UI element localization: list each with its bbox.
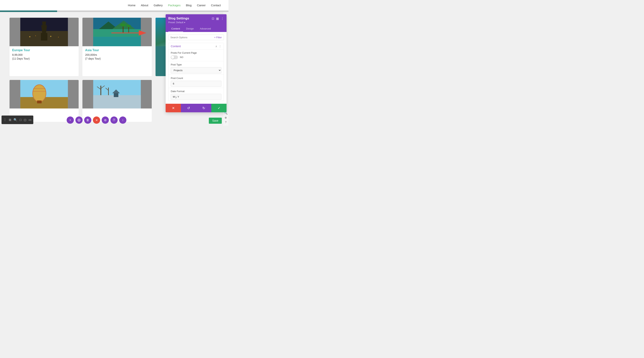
content-section-header: Content ∧ ⋮: [168, 43, 224, 49]
content-section-collapse[interactable]: ∧: [215, 45, 217, 48]
field-posts-current-page: Posts For Current Page NO: [168, 49, 224, 61]
sidebar-help-icon[interactable]: ?: [225, 121, 226, 124]
panel-header: Blog Settings ⊡ ▦ ⋮ Preset: Default ▾ Co…: [166, 14, 226, 32]
tour-card-winter: [82, 80, 152, 122]
toolbar-desktop-icon[interactable]: □: [20, 118, 22, 122]
field-date-format: Date Format: [168, 88, 224, 101]
float-delete-button[interactable]: 🗑: [84, 116, 91, 124]
toolbar-menu-icon[interactable]: ⋮: [4, 118, 6, 122]
cancel-button[interactable]: ✕: [166, 104, 181, 112]
date-format-input[interactable]: [171, 94, 222, 100]
panel-action-bar: ✕ ↺ ↻ ✓: [166, 104, 226, 112]
toggle-label-posts-current: NO: [180, 56, 183, 58]
content-section-more[interactable]: ⋮: [219, 45, 222, 48]
field-post-count: Post Count: [168, 74, 224, 88]
tour-price-europe: 8,99,000: [12, 53, 76, 57]
float-toolbar: + ⏻ 🗑 ✕ ⚙ ⏱ ↕: [67, 116, 126, 124]
search-bar: + Filter: [168, 35, 224, 40]
post-count-input[interactable]: [171, 81, 222, 86]
svg-rect-22: [37, 100, 42, 103]
tour-duration-europe: (11 Days Tour): [12, 57, 76, 61]
float-add-button[interactable]: +: [67, 116, 74, 124]
svg-point-16: [126, 25, 131, 27]
tab-design[interactable]: Design: [183, 26, 197, 32]
content-section-controls: ∧ ⋮: [215, 45, 222, 48]
progress-bar: [0, 10, 228, 12]
svg-rect-33: [114, 93, 118, 97]
settings-panel: Blog Settings ⊡ ▦ ⋮ Preset: Default ▾ Co…: [166, 14, 226, 112]
tour-image-balloon: [10, 80, 78, 108]
nav-about[interactable]: About: [141, 4, 148, 7]
tour-image-winter: [82, 80, 152, 108]
filter-button[interactable]: + Filter: [214, 36, 222, 39]
panel-tabs: Content Design Advanced: [168, 26, 224, 32]
nav-contact[interactable]: Contact: [211, 4, 221, 7]
tour-card-body-europe: Europe Tour 8,99,000 (11 Days Tour): [10, 46, 78, 63]
tour-card-body-asia: Asia Tour 200,000rs (7 days Tour): [82, 46, 152, 63]
confirm-button[interactable]: ✓: [211, 104, 226, 112]
tour-duration-asia: (7 days Tour): [85, 57, 149, 61]
nav-career[interactable]: Career: [197, 4, 206, 7]
panel-body: + Filter Content ∧ ⋮ Posts For Current P…: [166, 32, 226, 104]
tour-image-europe: [10, 18, 78, 46]
nav-gallery[interactable]: Gallery: [154, 4, 163, 7]
tour-card-asia: Asia Tour 200,000rs (7 days Tour): [82, 18, 152, 76]
content-section-title: Content: [171, 44, 181, 48]
tour-card-europe: Europe Tour 8,99,000 (11 Days Tour): [10, 18, 78, 76]
panel-icon-layout[interactable]: ▦: [216, 17, 219, 20]
nav-packages[interactable]: Packages: [168, 4, 181, 7]
float-power-button[interactable]: ⏻: [76, 116, 82, 124]
float-timer-button[interactable]: ⏱: [110, 116, 118, 124]
toolbar-search-icon[interactable]: 🔍: [14, 118, 17, 122]
toolbar-mobile-icon[interactable]: ▭: [28, 118, 32, 122]
svg-point-8: [58, 37, 59, 38]
svg-rect-26: [93, 95, 141, 108]
svg-point-5: [29, 36, 30, 37]
post-type-select[interactable]: Projects Posts Pages: [171, 67, 222, 74]
tour-price-asia: 200,000rs: [85, 53, 149, 57]
tab-advanced[interactable]: Advanced: [197, 26, 214, 32]
content-section: Content ∧ ⋮ Posts For Current Page NO P: [168, 43, 224, 101]
svg-marker-3: [41, 25, 47, 33]
svg-point-6: [35, 36, 36, 36]
toolbar-grid-icon[interactable]: ⊞: [9, 118, 11, 122]
field-label-posts-current: Posts For Current Page: [171, 52, 222, 54]
float-resize-button[interactable]: ↕: [119, 116, 126, 124]
svg-point-14: [120, 24, 126, 26]
redo-button[interactable]: ↻: [196, 104, 211, 112]
toolbar-tablet-icon[interactable]: ◻: [24, 118, 26, 122]
svg-point-7: [50, 36, 52, 37]
field-label-post-count: Post Count: [171, 77, 222, 80]
tab-content[interactable]: Content: [168, 26, 183, 32]
nav-home[interactable]: Home: [128, 4, 136, 7]
tour-title-asia: Asia Tour: [85, 48, 149, 52]
field-label-date-format: Date Format: [171, 90, 222, 93]
save-button[interactable]: Save: [209, 118, 222, 124]
field-label-post-type: Post Type: [171, 63, 222, 66]
sidebar-layers-icon[interactable]: ⊕: [225, 116, 227, 119]
arrow-pointer: [110, 28, 148, 38]
float-settings-button[interactable]: ⚙: [102, 116, 109, 124]
undo-button[interactable]: ↺: [181, 104, 196, 112]
bottom-toolbar: ⋮ ⊞ 🔍 □ ◻ ▭: [2, 116, 33, 124]
panel-icon-fullscreen[interactable]: ⊡: [212, 17, 214, 20]
panel-header-icons: ⊡ ▦ ⋮: [212, 17, 224, 20]
nav-blog[interactable]: Blog: [186, 4, 192, 7]
search-options-input[interactable]: [170, 36, 214, 39]
panel-icon-more[interactable]: ⋮: [221, 17, 224, 20]
tour-title-europe: Europe Tour: [12, 48, 76, 52]
panel-preset[interactable]: Preset: Default ▾: [168, 21, 224, 24]
field-post-type: Post Type Projects Posts Pages: [168, 61, 224, 74]
toggle-posts-current[interactable]: [171, 56, 178, 59]
panel-title: Blog Settings: [168, 16, 189, 20]
nav-bar: Home About Gallery Packages Blog Career …: [0, 0, 228, 10]
svg-rect-4: [41, 33, 48, 40]
float-close-button[interactable]: ✕: [93, 116, 100, 124]
